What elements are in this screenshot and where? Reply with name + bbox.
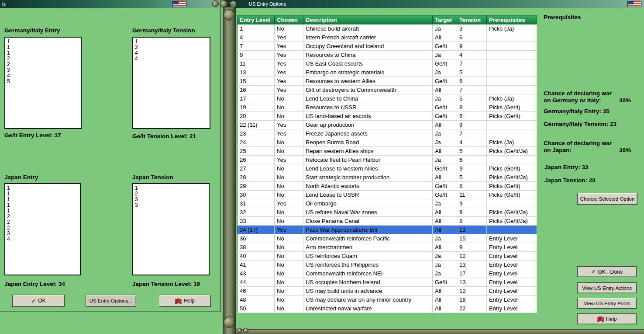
listbox-item[interactable]: 4 bbox=[135, 56, 210, 62]
table-cell: 19 bbox=[238, 103, 275, 112]
table-row[interactable]: 48NoUS may declare war on any minor coun… bbox=[238, 296, 537, 304]
table-cell: Occupy Greenland and Iceland bbox=[303, 42, 433, 51]
table-row[interactable]: 36NoCommonwealth reinforces PacificJa15E… bbox=[238, 234, 537, 243]
table-cell: 13 bbox=[457, 226, 487, 234]
column-header[interactable]: Tension bbox=[457, 15, 487, 24]
help-button-right[interactable]: Help bbox=[577, 313, 637, 324]
listbox-item[interactable]: 1 bbox=[7, 185, 80, 191]
table-row[interactable]: 1NoChinese build aircraftJa3Picks (Ja) bbox=[238, 24, 537, 33]
table-row[interactable]: 29NoNorth Atlantic escortsGe/It8Picks (G… bbox=[238, 182, 537, 191]
table-row[interactable]: 30NoLend Lease to USSRGe/It11Picks (Ge/I… bbox=[238, 191, 537, 199]
table-row[interactable]: 16YesGift of destroyers to CommonwealthA… bbox=[238, 86, 537, 94]
ge-entry-level-text: Ge/It Entry Level: 37 bbox=[4, 132, 61, 139]
listbox-item[interactable]: 4 bbox=[7, 73, 81, 79]
listbox-item[interactable]: 1 bbox=[7, 191, 80, 197]
table-cell: Freeze Japanese assets bbox=[303, 129, 433, 138]
table-row[interactable]: 41NoUS reinforces the PhilippinesJa13Ent… bbox=[238, 261, 537, 269]
listbox-item[interactable]: 2 bbox=[7, 225, 80, 231]
table-row[interactable]: 15YesResources to western AlliesGe/It6 bbox=[238, 77, 537, 86]
listbox-item[interactable]: 2 bbox=[135, 45, 210, 50]
column-header[interactable]: Description bbox=[303, 15, 433, 24]
listbox-item[interactable]: 4 bbox=[7, 237, 80, 242]
table-cell: 48 bbox=[238, 296, 275, 304]
germany-war-chance-line2: on Germany or Italy: bbox=[544, 97, 631, 104]
column-header[interactable]: Target bbox=[433, 15, 457, 24]
ge-tension-label: Germany/Italy Tension bbox=[132, 27, 195, 34]
listbox-item[interactable]: 2 bbox=[7, 56, 81, 62]
column-header[interactable]: Entry Level bbox=[238, 15, 275, 24]
listbox-item[interactable]: 2 bbox=[7, 219, 80, 225]
table-header-row: Entry LevelChosenDescriptionTargetTensio… bbox=[238, 15, 537, 24]
column-header[interactable]: Prerequisites bbox=[487, 15, 537, 24]
table-row[interactable]: 43NoCommonwealth reinforces NEIJa17Entry… bbox=[238, 269, 537, 278]
listbox-item[interactable]: 3 bbox=[135, 197, 209, 202]
table-row[interactable]: 7YesOccupy Greenland and IcelandGe/It9 bbox=[238, 42, 537, 51]
listbox-item[interactable]: 1 bbox=[7, 45, 81, 50]
table-cell: Ge/It bbox=[433, 164, 457, 173]
table-cell: Picks (Ja) bbox=[487, 138, 537, 147]
table-row[interactable]: 28NoStart strategic bomber productionAll… bbox=[238, 173, 537, 182]
listbox-item[interactable]: 3 bbox=[7, 67, 81, 73]
view-us-entry-actions-button[interactable]: View US Entry Actions bbox=[577, 282, 637, 293]
table-row[interactable]: 50NoUnrestricted naval warfareAll22Entry… bbox=[238, 304, 537, 313]
table-cell bbox=[487, 77, 537, 86]
table-row[interactable]: 44NoUS occupies Northern IrelandGe/It13E… bbox=[238, 278, 537, 287]
table-cell: Ge/It bbox=[433, 77, 457, 86]
table-row[interactable]: 13YesEmbargo on strategic materialsJa5 bbox=[238, 68, 537, 77]
ge-tension-listbox[interactable]: 1244 bbox=[132, 37, 210, 129]
listbox-item[interactable]: 1 bbox=[7, 197, 80, 202]
listbox-item[interactable]: 1 bbox=[7, 50, 81, 56]
table-row[interactable]: 34 (17)YesPass War Appropriations BillAl… bbox=[238, 226, 537, 234]
ok-button[interactable]: ✔ OK bbox=[12, 295, 65, 307]
table-row[interactable]: 31YesOil embargoJa9 bbox=[238, 199, 537, 208]
japan-tension-listbox[interactable]: 1233 bbox=[132, 183, 210, 275]
table-row[interactable]: 40NoUS reinforces GuamJa12Entry Level bbox=[238, 252, 537, 261]
listbox-item[interactable]: 5 bbox=[7, 79, 81, 84]
listbox-item[interactable]: 2 bbox=[135, 191, 209, 197]
table-cell: All bbox=[433, 173, 457, 182]
table-row[interactable]: 11YesUS East Coast escortsGe/It7 bbox=[238, 59, 537, 68]
right-window-titlebar[interactable]: US Entry Options bbox=[223, 0, 644, 8]
listbox-item[interactable]: 1 bbox=[135, 185, 209, 191]
view-us-entry-pools-button[interactable]: View US Entry Pools bbox=[577, 298, 637, 309]
table-row[interactable]: 26YesRelocate fleet to Pearl HarborJa6 bbox=[238, 156, 537, 164]
listbox-item[interactable]: 1 bbox=[7, 208, 80, 214]
listbox-item[interactable]: 1 bbox=[7, 39, 81, 45]
table-cell: Ge/It bbox=[433, 103, 457, 112]
table-row[interactable]: 27NoLend Lease to western AlliesGe/It9Pi… bbox=[238, 164, 537, 173]
table-cell: US East Coast escorts bbox=[303, 59, 433, 68]
listbox-item[interactable]: 1 bbox=[135, 39, 210, 45]
us-entry-options-button[interactable]: US Entry Options... bbox=[86, 295, 136, 307]
table-row[interactable]: 20NoUS land-based air escortsGe/It6Picks… bbox=[238, 112, 537, 121]
table-row[interactable]: 24NoReopen Burma RoadJa4Picks (Ja) bbox=[238, 138, 537, 147]
table-row[interactable]: 19NoResources to USSRGe/It8Picks (Ge/It) bbox=[238, 103, 537, 112]
table-cell: No bbox=[275, 173, 303, 182]
table-row[interactable]: 17NoLend Lease to ChinaJa5Picks (Ja) bbox=[238, 94, 537, 103]
ok-done-button[interactable]: ✔ OK - Done bbox=[577, 266, 637, 277]
column-header[interactable]: Chosen bbox=[275, 15, 303, 24]
table-row[interactable]: 25NoRepair western Allies shipsAll5Picks… bbox=[238, 147, 537, 156]
choose-selected-option-button[interactable]: Choose Selected Option bbox=[577, 193, 637, 205]
table-row[interactable]: 4YesIntern French aircraft carrierAll6 bbox=[238, 33, 537, 42]
table-row[interactable]: 23YesFreeze Japanese assetsJa7 bbox=[238, 129, 537, 138]
listbox-item[interactable]: 2 bbox=[7, 62, 81, 67]
table-row[interactable]: 22 (11)YesGear up productionAll9 bbox=[238, 121, 537, 129]
table-row[interactable]: 38NoArm merchantmenAll9Entry Level bbox=[238, 243, 537, 252]
listbox-item[interactable]: 3 bbox=[7, 231, 80, 237]
table-cell: US land-based air escorts bbox=[303, 112, 433, 121]
table-cell: 8 bbox=[457, 103, 487, 112]
table-cell: All bbox=[433, 243, 457, 252]
listbox-item[interactable]: 2 bbox=[7, 214, 80, 219]
listbox-item[interactable]: 1 bbox=[7, 202, 80, 208]
japan-entry-listbox[interactable]: 1111122234 bbox=[4, 183, 81, 275]
table-cell: Entry Level bbox=[487, 304, 537, 313]
table-row[interactable]: 9YesResources to ChinaJa4 bbox=[238, 51, 537, 59]
table-row[interactable]: 33NoClose Panama CanalAll8Picks (Ge/It/J… bbox=[238, 217, 537, 226]
listbox-item[interactable]: 4 bbox=[135, 50, 210, 56]
ge-entry-listbox[interactable]: 11122345 bbox=[4, 37, 82, 129]
table-row[interactable]: 32NoUS refutes Naval War zonesAll9Picks … bbox=[238, 208, 537, 217]
help-button-left[interactable]: Help bbox=[159, 295, 211, 307]
left-window-titlebar[interactable]: ls bbox=[0, 0, 223, 8]
table-row[interactable]: 46NoUS may build units in advanceAll12En… bbox=[238, 287, 537, 296]
listbox-item[interactable]: 3 bbox=[135, 202, 209, 208]
